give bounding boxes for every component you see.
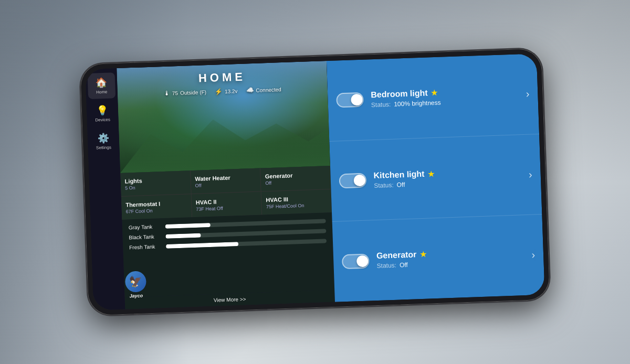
generator-status-label: Status: [376, 262, 396, 270]
kitchen-light-status-label: Status: [374, 181, 394, 189]
voltage-icon: ⚡ [215, 88, 223, 95]
control-water-heater-status: Off [195, 181, 257, 188]
kitchen-light-chevron: › [529, 168, 532, 180]
hero-section: HOME 🌡 75 Outside (F) ⚡ 13.2v [117, 61, 330, 173]
black-tank-bar-fill [165, 233, 201, 238]
generator-star: ★ [419, 250, 427, 259]
settings-icon: ⚙️ [97, 133, 109, 145]
connection-stat: ☁️ Connected [246, 85, 281, 94]
bedroom-light-star: ★ [430, 89, 438, 97]
phone-screen: 🏠 Home 💡 Devices ⚙️ Settings [85, 53, 545, 311]
control-hvac2[interactable]: HVAC II 73F Heat Off [191, 192, 261, 218]
control-water-heater[interactable]: Water Heater Off [191, 168, 261, 194]
fresh-tank-bar-bg [166, 239, 327, 249]
device-generator[interactable]: Generator ★ Status: Off › [332, 215, 545, 302]
bedroom-light-status-label: Status: [371, 101, 391, 109]
cloud-icon: ☁️ [246, 87, 254, 94]
tanks-section: Gray Tank Black Tank Fresh [122, 212, 334, 297]
bedroom-light-toggle-knob [351, 94, 363, 106]
generator-toggle[interactable] [342, 253, 370, 269]
sidebar-item-settings[interactable]: ⚙️ Settings [89, 128, 118, 155]
fresh-tank-bar-fill [166, 242, 238, 249]
view-more-label: View More >> [214, 296, 246, 303]
fresh-tank-row: Fresh Tank [129, 238, 327, 250]
home-icon: 🏠 [96, 77, 108, 89]
phone: 🏠 Home 💡 Devices ⚙️ Settings [80, 48, 550, 316]
controls-grid: Lights 5 On Water Heater Off Generator O… [120, 166, 332, 220]
bedroom-light-status-value: 100% brightness [394, 99, 441, 108]
control-generator-status: Off [265, 178, 327, 186]
control-hvac3[interactable]: HVAC III 75F Heat/Cool On [261, 189, 332, 215]
control-generator[interactable]: Generator Off [260, 166, 331, 191]
app-main-content: HOME 🌡 75 Outside (F) ⚡ 13.2v [117, 61, 335, 309]
black-tank-bar-bg [165, 229, 326, 239]
control-thermostat[interactable]: Thermostat I 67F Cool On [121, 194, 192, 220]
connection-value: Connected [256, 87, 281, 93]
black-tank-label: Black Tank [129, 233, 160, 240]
generator-toggle-knob [356, 255, 369, 267]
devices-icon: 💡 [97, 105, 109, 117]
fresh-tank-label: Fresh Tank [129, 243, 161, 250]
sidebar-item-settings-label: Settings [96, 145, 111, 151]
jayco-logo: 🦅 Jayco [125, 271, 147, 298]
device-bedroom-light[interactable]: Bedroom light ★ Status: 100% brightness … [327, 53, 539, 142]
control-hvac3-status: 75F Heat/Cool On [266, 202, 328, 209]
voltage-stat: ⚡ 13.2v [215, 87, 238, 95]
hero-stats: 🌡 75 Outside (F) ⚡ 13.2v ☁️ Connected [118, 84, 328, 99]
gray-tank-label: Gray Tank [129, 223, 160, 230]
app-right-panel: Bedroom light ★ Status: 100% brightness … [327, 53, 545, 302]
kitchen-light-status-value: Off [396, 181, 405, 189]
temp-unit: Outside (F) [180, 89, 206, 96]
bedroom-light-info: Bedroom light ★ Status: 100% brightness [371, 85, 519, 109]
generator-status-value: Off [400, 261, 408, 269]
kitchen-light-star: ★ [427, 169, 435, 178]
control-hvac2-status: 73F Heat Off [196, 205, 257, 212]
temp-value: 75 [172, 90, 178, 96]
kitchen-light-toggle[interactable] [339, 173, 366, 189]
sidebar-item-devices-label: Devices [95, 117, 110, 123]
sidebar-item-home-label: Home [96, 90, 108, 95]
app-title: HOME [198, 70, 246, 85]
control-thermostat-status: 67F Cool On [126, 207, 187, 215]
generator-chevron: › [531, 249, 535, 261]
jayco-brand-name: Jayco [129, 293, 143, 299]
gray-tank-bar-fill [165, 223, 211, 229]
generator-info: Generator ★ Status: Off [376, 246, 524, 270]
kitchen-light-toggle-knob [354, 175, 366, 187]
kitchen-light-info: Kitchen light ★ Status: Off [373, 166, 521, 189]
temp-stat: 🌡 75 Outside (F) [164, 88, 207, 97]
control-lights-status: 5 On [125, 184, 186, 191]
temp-icon: 🌡 [164, 90, 170, 97]
gray-tank-bar-bg [165, 219, 326, 229]
device-kitchen-light[interactable]: Kitchen light ★ Status: Off › [329, 134, 542, 222]
app-left-panel: 🏠 Home 💡 Devices ⚙️ Settings [85, 61, 335, 311]
control-lights[interactable]: Lights 5 On [120, 170, 191, 196]
bedroom-light-chevron: › [526, 88, 529, 100]
bedroom-light-toggle[interactable] [336, 92, 364, 108]
voltage-value: 13.2v [225, 88, 238, 94]
sidebar-item-devices[interactable]: 💡 Devices [88, 100, 117, 127]
phone-wrapper: 🏠 Home 💡 Devices ⚙️ Settings [84, 56, 546, 308]
jayco-bird-icon: 🦅 [125, 271, 146, 292]
sidebar-item-home[interactable]: 🏠 Home [88, 72, 116, 99]
